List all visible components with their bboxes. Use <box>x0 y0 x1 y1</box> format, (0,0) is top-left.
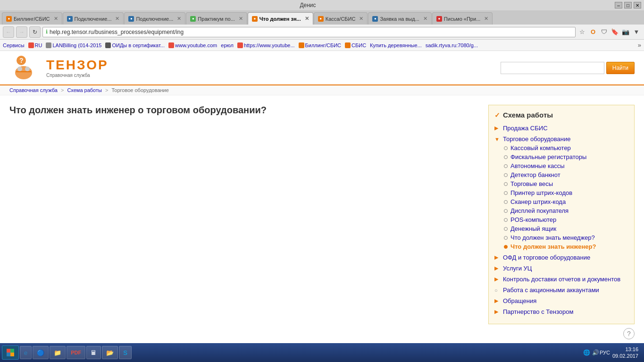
maximize-button[interactable]: □ <box>624 2 632 8</box>
bookmark-youtube2[interactable]: https://www.youtube... <box>237 42 295 48</box>
nav-sub-label-kassovy[interactable]: Кассовый компьютер <box>510 144 571 152</box>
bookmark-oidy[interactable]: ОИДы в сертификат... <box>105 42 165 48</box>
nav-label-prodazha[interactable]: Продажа СБИС <box>503 125 548 132</box>
bookmark-ru[interactable]: RU <box>28 42 42 48</box>
nav-sub-label-displej[interactable]: Дисплей покупателя <box>510 207 569 214</box>
nav-sub-item-skaner[interactable]: Сканер штрих-кода <box>504 197 628 206</box>
minimize-button[interactable]: – <box>615 2 622 8</box>
tab-close-tab8[interactable]: ✕ <box>484 16 488 22</box>
nav-sub-label-fiskalnye[interactable]: Фискальные регистраторы <box>510 153 586 160</box>
nav-item-torgovoe[interactable]: ▼ Торговое оборудование <box>494 135 628 143</box>
volume-icon[interactable]: 🔊 <box>592 349 600 356</box>
nav-label-uslugi[interactable]: Услуги УЦ <box>503 265 532 272</box>
tab-tab3[interactable]: ●Подключение...✕ <box>124 12 185 25</box>
tab-close-tab6[interactable]: ✕ <box>359 16 363 22</box>
nav-sub-label-inzhener[interactable]: Что должен знать инженер? <box>510 243 596 250</box>
nav-sub-label-pos[interactable]: POS-компьютер <box>510 216 556 223</box>
start-button[interactable] <box>2 345 19 360</box>
nav-item-ofd[interactable]: ▶ ОФД и торговое оборудование <box>494 253 628 262</box>
lang-indicator[interactable]: РУС <box>601 349 609 356</box>
nav-sub-label-detektor[interactable]: Детектор банкнот <box>510 171 560 178</box>
bookmark-sadik[interactable]: sadik.rtyva.ru:7080/g... <box>426 42 478 48</box>
tab-close-tab4[interactable]: ✕ <box>239 16 243 22</box>
bookmark-erul[interactable]: ерюл <box>221 42 234 48</box>
taskbar-item-calc[interactable]: 🖩 <box>86 346 101 359</box>
tab-tab8[interactable]: ●Письмо «При...✕ <box>432 12 493 25</box>
nav-sub-item-avtonomnye[interactable]: Автономные кассы <box>504 161 628 170</box>
tab-close-tab1[interactable]: ✕ <box>54 16 58 22</box>
tab-close-tab7[interactable]: ✕ <box>423 16 427 22</box>
tab-tab4[interactable]: ●Практикум по...✕ <box>186 12 247 25</box>
taskbar-item-pdf[interactable]: PDF <box>67 346 85 359</box>
nav-item-kontrol[interactable]: ▶ Контроль доставки отчетов и документов <box>494 275 628 284</box>
nav-section-obrashcheniya: ▶ Обращения <box>494 296 628 305</box>
tab-tab1[interactable]: ●Биллинг/СБИС✕ <box>2 12 62 25</box>
bookmark-icon[interactable]: 🔖 <box>610 27 619 37</box>
nav-label-obrashcheniya[interactable]: Обращения <box>503 297 536 304</box>
tab-close-tab3[interactable]: ✕ <box>177 16 181 22</box>
bookmark-billing-sbis[interactable]: Биллинг/СБИС <box>299 42 342 48</box>
tab-tab7[interactable]: ●Заявка на выд...✕ <box>368 12 431 25</box>
help-icon[interactable]: ? <box>623 328 635 339</box>
reload-button[interactable]: ↻ <box>29 26 41 38</box>
nav-label-rabota[interactable]: Работа с акционными аккаунтами <box>503 286 599 294</box>
address-bar[interactable]: ℹ help.reg.tensor.ru/business_processes/… <box>42 27 576 37</box>
taskbar-item-chrome[interactable]: 🔵 <box>33 346 49 359</box>
taskbar-item-file[interactable]: 📁 <box>50 346 66 359</box>
taskbar-item-skype[interactable]: S <box>119 346 132 359</box>
back-button[interactable]: ← <box>3 26 14 38</box>
nav-label-ofd[interactable]: ОФД и торговое оборудование <box>503 254 590 261</box>
nav-sub-label-manager[interactable]: Что должен знать менеджер? <box>510 234 595 241</box>
tab-close-tab5[interactable]: ✕ <box>305 16 309 22</box>
nav-sub-item-vesy[interactable]: Торговые весы <box>504 179 628 188</box>
nav-sub-label-printer[interactable]: Принтер штрих-кодов <box>510 189 572 196</box>
taskbar-item-ie[interactable]: e <box>20 346 32 359</box>
nav-item-prodazha[interactable]: ▶ Продажа СБИС <box>494 124 628 133</box>
nav-sub-label-denezhny[interactable]: Денежный ящик <box>510 225 556 232</box>
bookmark-services[interactable]: Сервисы <box>3 42 25 48</box>
bookmark-sbis[interactable]: СБИС <box>345 42 366 48</box>
forward-button[interactable]: → <box>16 26 27 38</box>
nav-sub-item-printer[interactable]: Принтер штрих-кодов <box>504 188 628 197</box>
nav-sub-item-fiskalnye[interactable]: Фискальные регистраторы <box>504 152 628 161</box>
nav-sub-item-manager[interactable]: Что должен знать менеджер? <box>504 233 628 242</box>
nav-item-partnerstvo[interactable]: ▶ Партнерство с Тензором <box>494 307 628 316</box>
bookmark-youtube[interactable]: www.youtube.com <box>168 42 217 48</box>
tab-tab2[interactable]: ●Подключение...✕ <box>63 12 124 25</box>
nav-sub-item-displej[interactable]: Дисплей покупателя <box>504 206 628 215</box>
search-button[interactable]: Найти <box>606 62 635 74</box>
nav-sub-label-avtonomnye[interactable]: Автономные кассы <box>510 162 565 169</box>
nav-item-obrashcheniya[interactable]: ▶ Обращения <box>494 296 628 305</box>
nav-sub-label-vesy[interactable]: Торговые весы <box>510 180 553 187</box>
bookmarks-more[interactable]: » <box>638 42 641 49</box>
nav-item-rabota[interactable]: ○ Работа с акционными аккаунтами <box>494 286 628 295</box>
breadcrumb-link-1[interactable]: Справочная служба <box>9 87 58 93</box>
nav-sub-item-kassovy[interactable]: Кассовый компьютер <box>504 143 628 152</box>
camera-icon[interactable]: 📷 <box>621 27 630 37</box>
tab-tab6[interactable]: ●Касса/СБИС✕ <box>314 12 368 25</box>
tab-tab5[interactable]: ●Что должен зн...✕ <box>248 12 313 25</box>
menu-icon[interactable]: ▼ <box>632 27 641 37</box>
logo-image: ? <box>9 55 42 81</box>
title-bar: Денис – □ ✕ <box>0 0 644 10</box>
nav-sub-label-skaner[interactable]: Сканер штрих-кода <box>510 198 566 205</box>
taskbar-item-folder[interactable]: 📂 <box>102 346 118 359</box>
shield-icon[interactable]: 🛡 <box>599 27 609 37</box>
opera-icon[interactable]: O <box>588 27 598 37</box>
nav-sub-item-denezhny[interactable]: Денежный ящик <box>504 224 628 233</box>
tab-close-tab2[interactable]: ✕ <box>115 16 119 22</box>
nav-sub-item-pos[interactable]: POS-компьютер <box>504 215 628 224</box>
nav-label-partnerstvo[interactable]: Партнерство с Тензором <box>503 308 573 315</box>
bookmark-kupit[interactable]: Купить деревянные... <box>370 42 422 48</box>
nav-sub-item-inzhener[interactable]: Что должен знать инженер? <box>504 242 628 251</box>
close-button[interactable]: ✕ <box>634 2 641 8</box>
tab-favicon-tab5: ● <box>252 16 258 22</box>
bookmark-lanbilling[interactable]: LANBilling (014-2015 <box>46 42 101 48</box>
star-icon[interactable]: ☆ <box>577 27 587 37</box>
breadcrumb-link-2[interactable]: Схема работы <box>67 87 102 93</box>
nav-sub-item-detektor[interactable]: Детектор банкнот <box>504 170 628 179</box>
search-input[interactable] <box>501 62 604 74</box>
nav-item-uslugi[interactable]: ▶ Услуги УЦ <box>494 264 628 273</box>
nav-label-kontrol[interactable]: Контроль доставки отчетов и документов <box>503 276 620 283</box>
nav-label-torgovoe[interactable]: Торговое оборудование <box>503 135 570 143</box>
